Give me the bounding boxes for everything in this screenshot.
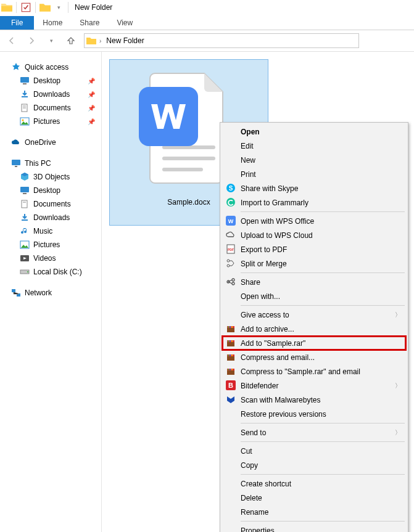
cube-icon [20, 172, 30, 182]
svg-rect-10 [15, 166, 17, 167]
svg-rect-47 [228, 355, 229, 356]
menu-split-merge[interactable]: Split or Merge [222, 256, 406, 271]
separator [68, 2, 68, 13]
nav-label: This PC [25, 159, 51, 168]
menu-wps-cloud[interactable]: Upload to WPS Cloud [222, 228, 406, 242]
forward-button[interactable] [25, 34, 38, 47]
svg-rect-54 [231, 369, 233, 370]
dropdown-icon[interactable]: ▾ [53, 2, 64, 13]
svg-rect-25 [139, 87, 198, 146]
nav-label: Videos [33, 254, 56, 263]
nav-documents[interactable]: Documents 📌 [0, 101, 101, 115]
menu-new[interactable]: New [222, 153, 406, 167]
back-button[interactable] [5, 34, 19, 47]
context-menu: Open Edit New Print S Share with Skype I… [220, 122, 408, 532]
svg-rect-1 [20, 77, 29, 83]
nav-desktop[interactable]: Desktop 📌 [0, 74, 101, 88]
nav-label: Network [25, 289, 52, 297]
documents-icon [20, 199, 30, 209]
svg-point-8 [22, 120, 24, 121]
explorer-window: { "title": "New Folder", "ribbon": { "fi… [0, 0, 414, 532]
menu-separator [241, 423, 405, 424]
nav-downloads-pc[interactable]: Downloads [0, 211, 101, 224]
nav-desktop-pc[interactable]: Desktop [0, 184, 101, 197]
svg-text:B: B [228, 382, 233, 389]
chevron-right-icon[interactable]: › [99, 38, 101, 44]
nav-label: OneDrive [25, 138, 56, 147]
properties-icon[interactable] [20, 2, 31, 13]
separator [16, 2, 17, 13]
up-button[interactable] [64, 34, 78, 47]
svg-rect-38 [230, 327, 231, 328]
nav-label: Downloads [33, 90, 70, 99]
nav-pictures-pc[interactable]: Pictures [0, 238, 101, 252]
menu-copy[interactable]: Copy [222, 458, 406, 472]
folder-icon [86, 35, 97, 46]
nav-documents-pc[interactable]: Documents [0, 197, 101, 211]
nav-local-disk[interactable]: Local Disk (C:) [0, 265, 101, 279]
title-bar: ▾ New Folder [0, 0, 414, 15]
documents-icon [20, 103, 30, 113]
svg-rect-15 [22, 219, 28, 221]
menu-shortcut[interactable]: Create shortcut [222, 477, 406, 491]
tab-file[interactable]: File [0, 16, 34, 30]
svg-rect-11 [20, 187, 29, 192]
menu-add-rar[interactable]: Add to "Sample.rar" [222, 336, 406, 350]
navigation-pane: Quick access Desktop 📌 Downloads 📌 Docum… [0, 52, 102, 532]
nav-3d-objects[interactable]: 3D Objects [0, 170, 101, 184]
menu-send-to[interactable]: Send to〉 [222, 425, 406, 440]
menu-separator [241, 474, 405, 475]
music-icon [20, 226, 30, 236]
menu-print[interactable]: Print [222, 167, 406, 181]
menu-compress-email[interactable]: Compress and email... [222, 350, 406, 364]
menu-open-with[interactable]: Open with... [222, 289, 406, 303]
nav-label: Documents [33, 104, 71, 112]
nav-pictures[interactable]: Pictures 📌 [0, 115, 101, 128]
winrar-icon [226, 366, 236, 376]
nav-videos[interactable]: Videos [0, 252, 101, 265]
share-icon [226, 277, 236, 287]
menu-cut[interactable]: Cut [222, 444, 406, 458]
pin-icon: 📌 [88, 78, 95, 84]
menu-separator [241, 211, 405, 212]
nav-label: Music [33, 227, 52, 235]
tab-share[interactable]: Share [71, 16, 108, 30]
menu-open[interactable]: Open [222, 125, 406, 139]
tab-view[interactable]: View [108, 16, 141, 30]
nav-quick-access[interactable]: Quick access [0, 60, 101, 74]
menu-edit[interactable]: Edit [222, 139, 406, 153]
nav-label: Desktop [33, 76, 60, 85]
menu-share[interactable]: Share [222, 275, 406, 289]
menu-delete[interactable]: Delete [222, 491, 406, 505]
menu-restore[interactable]: Restore previous versions [222, 407, 406, 421]
nav-downloads[interactable]: Downloads 📌 [0, 88, 101, 101]
menu-bitdefender[interactable]: B Bitdefender〉 [222, 379, 406, 393]
menu-rename[interactable]: Rename [222, 505, 406, 519]
svg-rect-49 [231, 355, 233, 356]
split-icon [226, 258, 236, 268]
menu-compress-rar-email[interactable]: Compress to "Sample.rar" and email [222, 364, 406, 379]
video-icon [20, 253, 30, 263]
menu-grammarly[interactable]: Import to Grammarly [222, 195, 406, 210]
menu-add-archive[interactable]: Add to archive... [222, 322, 406, 336]
menu-give-access[interactable]: Give access to〉 [222, 308, 406, 322]
download-icon [20, 213, 30, 223]
menu-skype[interactable]: S Share with Skype [222, 181, 406, 195]
menu-wps-open[interactable]: W Open with WPS Office [222, 214, 406, 228]
menu-export-pdf[interactable]: PDF Export to PDF [222, 242, 406, 256]
address-bar[interactable]: › New Folder [84, 33, 359, 48]
nav-network[interactable]: Network [0, 286, 101, 300]
history-dropdown[interactable]: ▾ [44, 34, 58, 47]
menu-malwarebytes[interactable]: Scan with Malwarebytes [222, 393, 406, 407]
nav-onedrive[interactable]: OneDrive [0, 136, 101, 149]
svg-rect-53 [230, 369, 231, 370]
breadcrumb[interactable]: New Folder [104, 36, 146, 45]
menu-separator [241, 521, 405, 522]
svg-rect-2 [23, 83, 27, 84]
menu-properties[interactable]: Properties [222, 523, 406, 532]
tab-home[interactable]: Home [34, 16, 71, 30]
nav-music[interactable]: Music [0, 224, 101, 238]
winrar-icon [226, 352, 236, 362]
desktop-icon [20, 76, 30, 86]
nav-this-pc[interactable]: This PC [0, 157, 101, 170]
